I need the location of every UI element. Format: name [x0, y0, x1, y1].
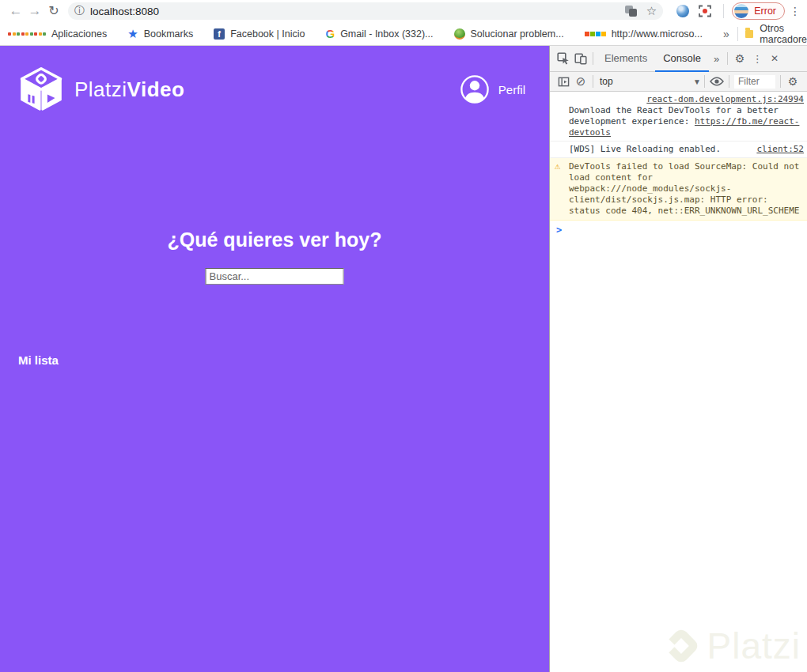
bookmark-label: http://www.microso...	[612, 28, 703, 40]
context-label: top	[600, 76, 693, 87]
url-text[interactable]: localhost:8080	[90, 6, 625, 17]
console-toolbar-divider	[780, 75, 781, 88]
address-bar[interactable]: ⓘ localhost:8080 ☆	[68, 2, 663, 20]
extension-icon[interactable]	[676, 5, 689, 17]
warning-icon: ⚠	[555, 160, 560, 172]
reload-icon[interactable]: ↻	[44, 1, 63, 21]
tab-elements[interactable]: Elements	[597, 46, 655, 72]
source-link[interactable]: react-dom.development.js:24994	[646, 94, 804, 104]
console-filter-input[interactable]	[734, 75, 775, 89]
profile-button[interactable]: Error	[732, 2, 785, 20]
bookmark-label: Gmail - Inbox (332)...	[340, 28, 433, 40]
console-toolbar-divider	[729, 75, 729, 88]
clear-console-icon[interactable]: ⊘	[572, 73, 589, 90]
bookmarks-bar-right: » Otros marcadores	[723, 23, 807, 45]
chevron-down-icon: ▼	[693, 77, 701, 86]
bookmark-bookmarks[interactable]: ★ Bookmarks	[127, 27, 193, 41]
browser-window: ← → ↻ ⓘ localhost:8080 ☆ Error ⋮ Aplicac…	[0, 0, 807, 672]
logo-text-bold: Video	[127, 77, 185, 101]
star-icon: ★	[127, 27, 138, 41]
my-list-heading: Mi lista	[18, 353, 59, 367]
device-toolbar-icon[interactable]	[572, 50, 589, 67]
console-toolbar-divider	[704, 75, 705, 88]
bookmark-star-icon[interactable]: ☆	[646, 4, 657, 18]
bookmarks-bar: Aplicaciones ★ Bookmarks f Facebook | In…	[0, 22, 807, 46]
devtools-divider	[727, 52, 728, 65]
source-link[interactable]: client:52	[756, 144, 804, 155]
microsoft-icon	[585, 32, 606, 36]
devtools-panel: Elements Console » ⚙ ⋮ ✕ ⊘ top ▼	[549, 46, 807, 672]
console-messages: react-dom.development.js:24994 Download …	[550, 92, 807, 672]
profile-avatar	[734, 4, 748, 18]
bookmark-label: Bookmarks	[144, 28, 194, 40]
console-toolbar-divider	[593, 75, 593, 88]
browser-toolbar: ← → ↻ ⓘ localhost:8080 ☆ Error ⋮	[0, 0, 807, 22]
apps-grid-icon	[8, 32, 46, 36]
profile-label: Perfil	[498, 83, 525, 96]
bookmarks-divider	[737, 27, 738, 41]
browser-menu-icon[interactable]: ⋮	[788, 5, 802, 17]
search-input[interactable]	[206, 268, 344, 285]
bookmark-solucionar[interactable]: Solucionar problem...	[454, 28, 564, 40]
app-header: PlatziVideo Perfil	[0, 46, 549, 133]
page-info-icon[interactable]: ⓘ	[74, 4, 85, 18]
content-area: PlatziVideo Perfil ¿Qué quieres ver hoy?	[0, 46, 807, 672]
bookmarks-overflow-icon[interactable]: »	[723, 28, 729, 40]
logo-text: PlatziVideo	[74, 77, 184, 102]
folder-icon	[745, 30, 753, 38]
platzivideo-logo[interactable]: PlatziVideo	[19, 66, 184, 112]
profile-status-label: Error	[754, 6, 776, 17]
logo-text-regular: Platzi	[74, 77, 127, 101]
platzivideo-app: PlatziVideo Perfil ¿Qué quieres ver hoy?	[0, 46, 549, 672]
bookmark-label: Aplicaciones	[51, 28, 107, 40]
console-warning-sourcemap: ⚠ DevTools failed to load SourceMap: Cou…	[550, 158, 807, 221]
user-avatar-icon	[460, 74, 490, 104]
bookmark-label: Facebook | Inicio	[230, 28, 305, 40]
devtools-menu-icon[interactable]: ⋮	[748, 50, 766, 67]
translate-icon[interactable]	[625, 6, 637, 17]
bookmark-aplicaciones[interactable]: Aplicaciones	[8, 28, 107, 40]
bookmark-gmail[interactable]: G Gmail - Inbox (332)...	[325, 27, 433, 40]
context-selector[interactable]: top ▼	[597, 76, 701, 87]
tab-console[interactable]: Console	[655, 46, 709, 72]
page-title: ¿Qué quieres ver hoy?	[0, 228, 549, 251]
console-toolbar: ⊘ top ▼ ⚙	[550, 72, 807, 92]
console-message-wds: [WDS] Live Reloading enabled. client:52	[550, 142, 807, 158]
other-bookmarks-label[interactable]: Otros marcadores	[760, 23, 807, 45]
console-settings-icon[interactable]: ⚙	[784, 73, 801, 90]
forward-icon[interactable]: →	[25, 1, 44, 21]
inspect-element-icon[interactable]	[555, 50, 572, 67]
prompt-chevron-icon: >	[556, 225, 562, 236]
more-tabs-icon[interactable]: »	[709, 53, 724, 65]
facebook-icon: f	[214, 28, 225, 40]
message-text: [WDS] Live Reloading enabled.	[569, 144, 721, 155]
bookmark-microsoft[interactable]: http://www.microso...	[585, 28, 703, 40]
live-expression-eye-icon[interactable]	[708, 73, 726, 90]
google-g-icon: G	[325, 27, 335, 40]
bookmark-label: Solucionar problem...	[471, 28, 564, 40]
warning-text: DevTools failed to load SourceMap: Could…	[569, 161, 799, 183]
troubleshoot-icon	[454, 28, 465, 40]
screen-capture-icon[interactable]	[699, 5, 711, 17]
profile-link[interactable]: Perfil	[460, 74, 525, 104]
bookmark-facebook[interactable]: f Facebook | Inicio	[214, 28, 305, 40]
devtools-settings-icon[interactable]: ⚙	[731, 50, 748, 67]
capture-frame-glyph	[699, 5, 711, 17]
back-icon[interactable]: ←	[6, 1, 25, 21]
devtools-close-icon[interactable]: ✕	[766, 50, 783, 67]
console-prompt[interactable]: >	[550, 221, 807, 240]
console-message-react: react-dom.development.js:24994 Download …	[550, 92, 807, 142]
cube-logo-icon	[19, 66, 63, 112]
devtools-main-toolbar: Elements Console » ⚙ ⋮ ✕	[550, 46, 807, 72]
devtools-divider	[593, 52, 593, 65]
toolbar-divider	[723, 4, 724, 18]
console-sidebar-icon[interactable]	[555, 73, 572, 90]
